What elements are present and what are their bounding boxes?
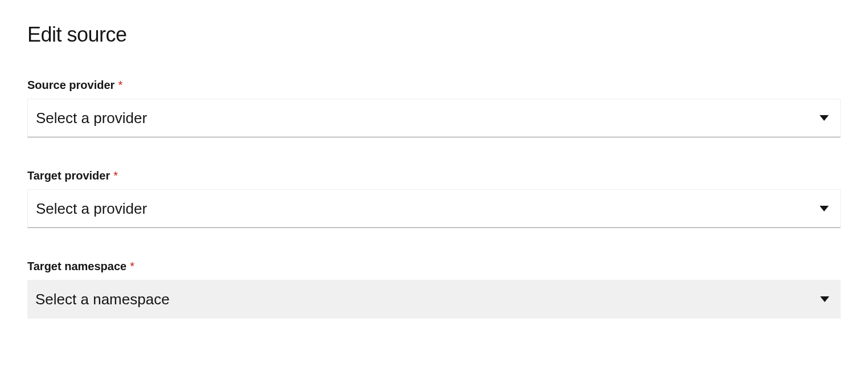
target-namespace-group: Target namespace* Select a namespace [27,260,841,319]
page-title: Edit source [27,23,841,47]
required-asterisk-icon: * [130,260,134,272]
target-namespace-select: Select a namespace [27,280,841,319]
caret-down-icon [820,115,829,121]
target-provider-label-text: Target provider [27,169,110,182]
required-asterisk-icon: * [113,169,118,182]
source-provider-group: Source provider* Select a provider [27,79,841,137]
source-provider-select[interactable]: Select a provider [27,99,841,137]
target-namespace-label: Target namespace* [27,260,841,273]
caret-down-icon [820,296,829,302]
caret-down-icon [820,206,829,211]
source-provider-placeholder: Select a provider [36,109,820,127]
target-namespace-placeholder: Select a namespace [35,291,820,308]
target-provider-placeholder: Select a provider [36,200,820,218]
required-asterisk-icon: * [118,79,122,91]
source-provider-label: Source provider* [27,79,841,92]
target-provider-label: Target provider* [27,169,841,182]
target-provider-select[interactable]: Select a provider [27,189,841,228]
source-provider-label-text: Source provider [27,79,114,91]
target-namespace-label-text: Target namespace [27,260,126,272]
target-provider-group: Target provider* Select a provider [27,169,841,228]
